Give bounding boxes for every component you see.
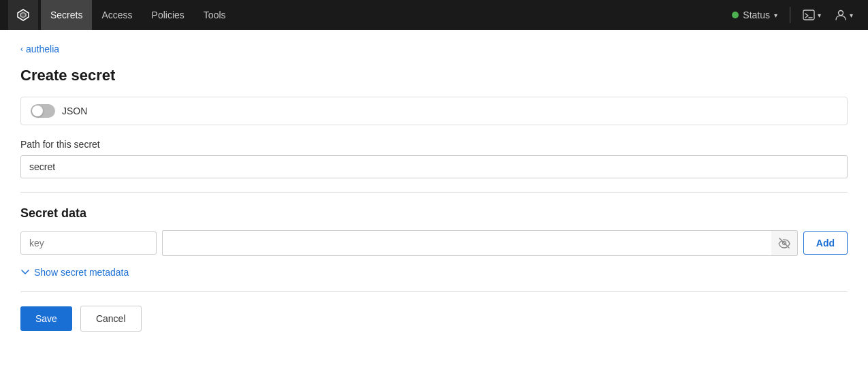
toggle-track — [31, 104, 55, 118]
value-input-wrapper — [162, 230, 798, 256]
main-content: ‹ authelia Create secret JSON Path for t… — [0, 30, 868, 369]
breadcrumb-link[interactable]: authelia — [26, 44, 59, 54]
vault-logo-icon — [16, 8, 30, 22]
user-icon — [835, 9, 847, 21]
breadcrumb-chevron-icon: ‹ — [20, 44, 23, 54]
terminal-button[interactable]: ▾ — [796, 0, 828, 30]
path-section: Path for this secret — [20, 139, 848, 178]
terminal-icon — [803, 9, 815, 21]
nav-tools[interactable]: Tools — [194, 0, 236, 30]
action-buttons: Save Cancel — [20, 306, 848, 332]
path-input[interactable] — [20, 155, 848, 178]
json-toggle[interactable] — [31, 104, 55, 118]
page-title: Create secret — [20, 67, 848, 84]
secret-data-title: Secret data — [20, 206, 848, 221]
metadata-toggle[interactable]: Show secret metadata — [20, 267, 848, 278]
cancel-button[interactable]: Cancel — [80, 306, 142, 332]
key-input[interactable] — [20, 231, 157, 255]
status-chevron-icon: ▾ — [774, 12, 777, 19]
nav-policies[interactable]: Policies — [142, 0, 194, 30]
path-label: Path for this secret — [20, 139, 848, 150]
breadcrumb: ‹ authelia — [20, 44, 848, 54]
user-chevron-icon: ▾ — [850, 12, 853, 19]
status-indicator — [732, 12, 739, 18]
terminal-chevron-icon: ▾ — [818, 12, 821, 19]
nav-access[interactable]: Access — [92, 0, 142, 30]
secret-data-row: Add — [20, 230, 848, 256]
navbar: Secrets Access Policies Tools Status ▾ ▾ — [0, 0, 868, 30]
status-menu[interactable]: Status ▾ — [725, 10, 784, 20]
chevron-down-icon — [20, 268, 30, 277]
nav-secrets[interactable]: Secrets — [41, 0, 92, 30]
bottom-divider — [20, 291, 848, 292]
status-label: Status — [743, 10, 770, 20]
json-toggle-row: JSON — [20, 97, 848, 125]
add-button[interactable]: Add — [803, 231, 848, 255]
save-button[interactable]: Save — [20, 306, 72, 331]
svg-rect-3 — [803, 10, 814, 20]
toggle-thumb — [32, 106, 43, 116]
json-toggle-label: JSON — [62, 106, 87, 116]
eye-off-icon — [778, 237, 790, 249]
metadata-toggle-label: Show secret metadata — [34, 267, 129, 278]
section-divider — [20, 192, 848, 193]
toggle-visibility-button[interactable] — [771, 230, 798, 256]
user-button[interactable]: ▾ — [828, 0, 860, 30]
svg-point-5 — [839, 11, 843, 16]
nav-divider — [790, 7, 790, 23]
value-input[interactable] — [162, 230, 771, 256]
nav-right: Status ▾ ▾ ▾ — [725, 0, 860, 30]
vault-logo[interactable] — [8, 0, 38, 30]
